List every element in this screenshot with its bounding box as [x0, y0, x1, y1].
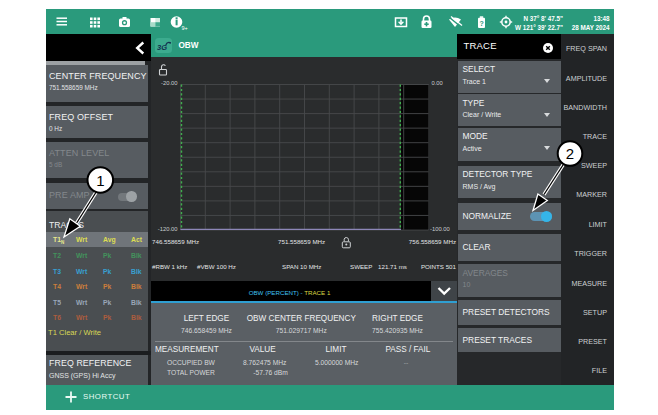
svg-text:1: 1: [96, 172, 104, 189]
svg-text:2: 2: [566, 145, 574, 162]
